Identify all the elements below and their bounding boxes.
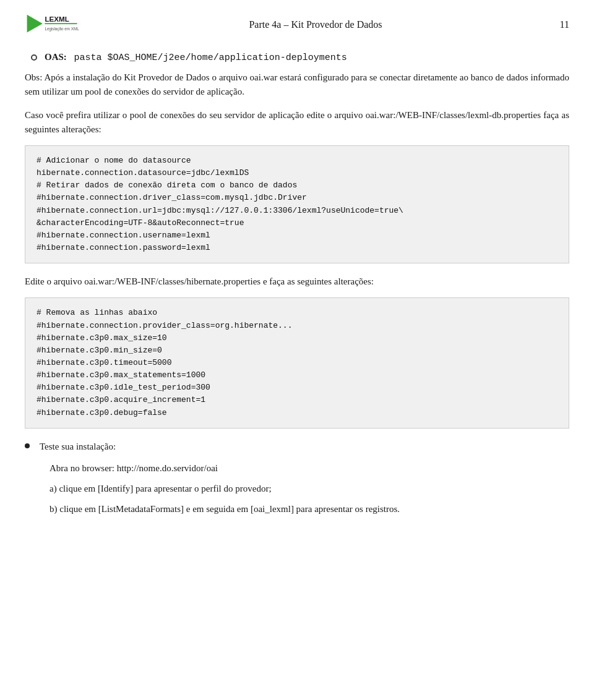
svg-text:LEXML: LEXML: [45, 15, 69, 23]
paragraph-3: Edite o arquivo oai.war:/WEB-INF/classes…: [25, 275, 569, 289]
list-item: Teste sua instalação:: [25, 440, 569, 454]
bullet-dot: [25, 443, 30, 448]
code-block-1: # Adicionar o nome do datasource hiberna…: [25, 145, 569, 263]
paragraph-2: Caso você prefira utilizar o pool de con…: [25, 108, 569, 137]
code-block-2: # Remova as linhas abaixo #hibernate.con…: [25, 297, 569, 428]
bullet-item-content: Teste sua instalação:: [40, 440, 569, 454]
oas-line: OAS: pasta $OAS_HOME/j2ee/home/applicati…: [25, 52, 569, 63]
paragraph-1: Obs: Após a instalação do Kit Provedor d…: [25, 70, 569, 100]
oas-path: pasta $OAS_HOME/j2ee/home/application-de…: [74, 53, 347, 63]
sub-item-a: a) clique em [Identify] para apresentar …: [25, 482, 569, 496]
header-title: Parte 4a – Kit Provedor de Dados: [80, 19, 551, 30]
page-number: 11: [551, 19, 569, 30]
sub-item-intro: Abra no browser: http://nome.do.servidor…: [25, 461, 569, 476]
svg-rect-2: [45, 23, 77, 24]
bullet-item-label: Teste sua instalação:: [40, 442, 116, 451]
bullet-list: Teste sua instalação:: [25, 440, 569, 454]
svg-marker-0: [27, 15, 43, 33]
page-header: LEXML Legislação em XML Parte 4a – Kit P…: [25, 12, 569, 41]
svg-text:Legislação em XML: Legislação em XML: [45, 27, 79, 32]
oas-label: OAS:: [45, 52, 67, 62]
lexml-logo: LEXML Legislação em XML: [25, 12, 80, 37]
oas-bullet: [31, 54, 37, 61]
page: LEXML Legislação em XML Parte 4a – Kit P…: [0, 0, 594, 700]
sub-item-b: b) clique em [ListMetadataFormats] e em …: [25, 502, 569, 516]
logo-area: LEXML Legislação em XML: [25, 12, 80, 37]
